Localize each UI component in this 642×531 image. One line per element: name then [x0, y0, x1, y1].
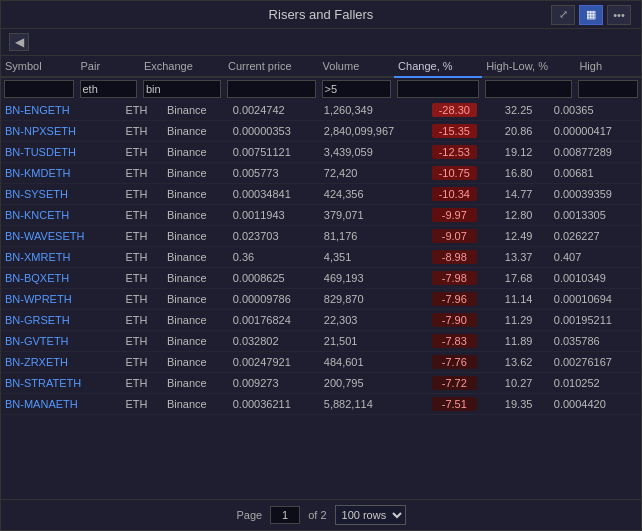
filter-volume-cell	[319, 77, 395, 100]
symbol-link[interactable]: BN-WAVESETH	[5, 230, 84, 242]
change-badge: -7.96	[432, 292, 477, 306]
col-volume-header: Volume	[319, 56, 395, 77]
filter-symbol-cell	[1, 77, 77, 100]
cell-exchange: Binance	[163, 163, 229, 184]
filter-price-input[interactable]	[227, 80, 316, 98]
col-price-header: Current price	[224, 56, 319, 77]
change-badge: -8.98	[432, 250, 477, 264]
cell-highlow: 10.27	[501, 373, 550, 394]
cell-pair: ETH	[122, 121, 163, 142]
cell-highlow: 11.29	[501, 310, 550, 331]
cell-exchange: Binance	[163, 310, 229, 331]
table-container: Symbol Pair Exchange Current price Volum…	[1, 56, 641, 499]
filter-change-input[interactable]	[397, 80, 479, 98]
cell-highlow: 12.49	[501, 226, 550, 247]
cell-high: 0.00877289	[550, 142, 641, 163]
symbol-link[interactable]: BN-KMDETH	[5, 167, 70, 179]
cell-change: -15.35	[428, 121, 501, 142]
cell-exchange: Binance	[163, 205, 229, 226]
filter-pair-input[interactable]	[80, 80, 137, 98]
cell-exchange: Binance	[163, 142, 229, 163]
symbol-link[interactable]: BN-WPRETH	[5, 293, 72, 305]
cell-pair: ETH	[122, 226, 163, 247]
symbol-link[interactable]: BN-XMRETH	[5, 251, 70, 263]
cell-change: -12.53	[428, 142, 501, 163]
symbol-link[interactable]: BN-KNCETH	[5, 209, 69, 221]
grid-btn[interactable]: ▦	[579, 5, 603, 25]
cell-pair: ETH	[122, 205, 163, 226]
symbol-link[interactable]: BN-BQXETH	[5, 272, 69, 284]
cell-symbol: BN-WAVESETH	[1, 226, 122, 247]
filter-exchange-input[interactable]	[143, 80, 221, 98]
symbol-link[interactable]: BN-STRATETH	[5, 377, 81, 389]
cell-change: -7.76	[428, 352, 501, 373]
cell-price: 0.0008625	[229, 268, 320, 289]
cell-symbol: BN-MANAETH	[1, 394, 122, 415]
window-title: Risers and Fallers	[269, 7, 374, 22]
cell-exchange: Binance	[163, 226, 229, 247]
table-row: BN-XMRETH ETH Binance 0.36 4,351 -8.98 1…	[1, 247, 641, 268]
more-btn[interactable]: •••	[607, 5, 631, 25]
cell-volume: 21,501	[320, 331, 428, 352]
cell-high: 0.00195211	[550, 310, 641, 331]
cell-exchange: Binance	[163, 268, 229, 289]
cell-high: 0.00681	[550, 163, 641, 184]
change-badge: -7.98	[432, 271, 477, 285]
change-badge: -10.34	[432, 187, 477, 201]
filter-highlow-input[interactable]	[485, 80, 572, 98]
filter-highlow-cell	[482, 77, 575, 100]
cell-price: 0.009273	[229, 373, 320, 394]
cell-change: -10.75	[428, 163, 501, 184]
table-row: BN-TUSDETH ETH Binance 0.00751121 3,439,…	[1, 142, 641, 163]
filter-high-input[interactable]	[578, 80, 638, 98]
cell-symbol: BN-BQXETH	[1, 268, 122, 289]
table-row: BN-BQXETH ETH Binance 0.0008625 469,193 …	[1, 268, 641, 289]
cell-symbol: BN-ZRXETH	[1, 352, 122, 373]
table-row: BN-NPXSETH ETH Binance 0.00000353 2,840,…	[1, 121, 641, 142]
col-high-header: High	[575, 56, 641, 77]
change-badge: -9.07	[432, 229, 477, 243]
change-badge: -7.90	[432, 313, 477, 327]
symbol-link[interactable]: BN-MANAETH	[5, 398, 78, 410]
table-body-scroll[interactable]: BN-ENGETH ETH Binance 0.0024742 1,260,34…	[1, 100, 641, 499]
cell-high: 0.00276167	[550, 352, 641, 373]
table-row: BN-KNCETH ETH Binance 0.0011943 379,071 …	[1, 205, 641, 226]
cell-exchange: Binance	[163, 331, 229, 352]
filter-high-cell	[575, 77, 641, 100]
cell-price: 0.00009786	[229, 289, 320, 310]
cell-highlow: 13.62	[501, 352, 550, 373]
symbol-link[interactable]: BN-SYSETH	[5, 188, 68, 200]
page-input[interactable]	[270, 506, 300, 524]
cell-change: -10.34	[428, 184, 501, 205]
symbol-link[interactable]: BN-GVTETH	[5, 335, 69, 347]
symbol-link[interactable]: BN-GRSETH	[5, 314, 70, 326]
cell-highlow: 17.68	[501, 268, 550, 289]
cell-symbol: BN-GRSETH	[1, 310, 122, 331]
filter-volume-input[interactable]	[322, 80, 392, 98]
cell-change: -7.83	[428, 331, 501, 352]
col-highlow-header: High-Low, %	[482, 56, 575, 77]
cell-symbol: BN-WPRETH	[1, 289, 122, 310]
filter-change-cell	[394, 77, 482, 100]
cell-volume: 22,303	[320, 310, 428, 331]
symbol-link[interactable]: BN-NPXSETH	[5, 125, 76, 137]
cell-exchange: Binance	[163, 394, 229, 415]
change-badge: -7.51	[432, 397, 477, 411]
col-pair-header: Pair	[77, 56, 140, 77]
cell-highlow: 32.25	[501, 100, 550, 121]
rows-select[interactable]: 100 rows 50 rows 25 rows	[335, 505, 406, 525]
filter-symbol-input[interactable]	[4, 80, 74, 98]
nav-back-btn[interactable]: ◀	[9, 33, 29, 51]
symbol-link[interactable]: BN-TUSDETH	[5, 146, 76, 158]
col-exchange-header: Exchange	[140, 56, 224, 77]
table-row: BN-WAVESETH ETH Binance 0.023703 81,176 …	[1, 226, 641, 247]
cell-pair: ETH	[122, 394, 163, 415]
symbol-link[interactable]: BN-ZRXETH	[5, 356, 68, 368]
expand-btn[interactable]: ⤢	[551, 5, 575, 25]
cell-volume: 379,071	[320, 205, 428, 226]
cell-symbol: BN-ENGETH	[1, 100, 122, 121]
symbol-link[interactable]: BN-ENGETH	[5, 104, 70, 116]
cell-highlow: 11.89	[501, 331, 550, 352]
cell-high: 0.0010349	[550, 268, 641, 289]
change-badge: -28.30	[432, 103, 477, 117]
